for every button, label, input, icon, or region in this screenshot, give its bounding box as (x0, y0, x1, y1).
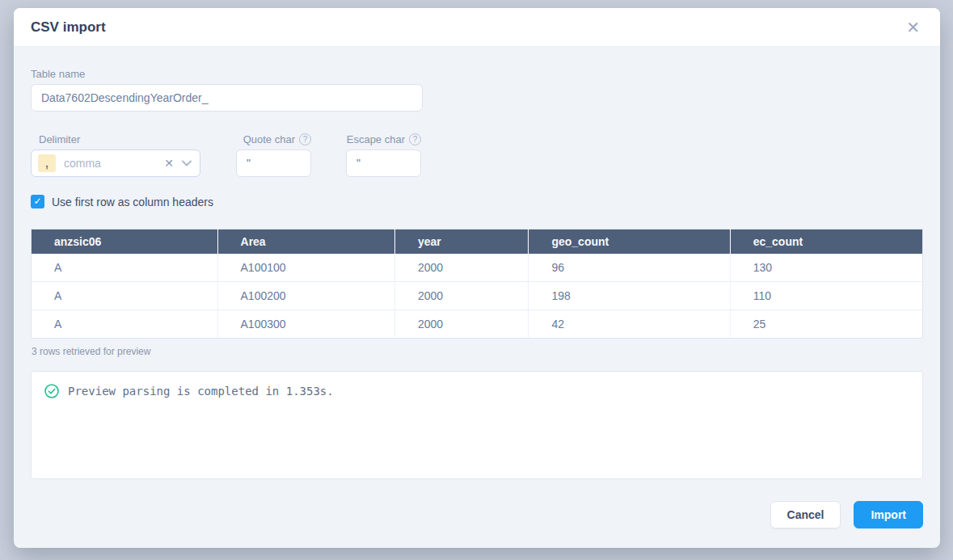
dialog-actions: Cancel Import (31, 501, 923, 528)
import-button[interactable]: Import (854, 501, 923, 528)
table-cell: A100300 (217, 310, 394, 339)
success-check-icon (44, 384, 59, 398)
table-cell: A (32, 282, 218, 310)
table-cell: 25 (730, 310, 922, 339)
table-cell: 42 (529, 310, 730, 339)
quote-char-input[interactable] (236, 149, 311, 177)
table-row: AA1002002000198110 (32, 282, 923, 310)
table-row: AA100100200096130 (32, 254, 923, 282)
preview-table: anzsic06Areayeargeo_countec_count AA1001… (31, 229, 923, 339)
preview-table-head-row: anzsic06Areayeargeo_countec_count (32, 229, 923, 254)
table-cell: 96 (529, 254, 730, 282)
table-cell: 130 (730, 254, 922, 282)
delimiter-select[interactable]: , comma ✕ (31, 149, 200, 177)
first-row-headers-label: Use first row as column headers (52, 196, 213, 208)
column-header-geo_count: geo_count (529, 229, 730, 254)
column-header-anzsic06: anzsic06 (32, 229, 218, 254)
preview-table-body: AA100100200096130AA1002002000198110AA100… (32, 254, 923, 339)
help-icon[interactable]: ? (299, 133, 311, 145)
quote-char-field-group: Quote char ? (236, 133, 311, 177)
escape-char-input[interactable] (346, 149, 421, 177)
escape-char-label: Escape char (347, 133, 405, 145)
parser-options-row: Delimiter , comma ✕ Quote char ? (31, 133, 923, 177)
log-entry: Preview parsing is completed in 1.353s. (44, 384, 909, 398)
log-message: Preview parsing is completed in 1.353s. (68, 385, 334, 398)
quote-char-label: Quote char (243, 133, 295, 145)
close-icon[interactable]: ✕ (903, 18, 923, 37)
preview-row-count: 3 rows retrieved for preview (31, 346, 923, 357)
header-checkbox-row: ✓ Use first row as column headers (31, 195, 923, 208)
delimiter-selected-value: comma (64, 157, 164, 170)
preview-table-container: anzsic06Areayeargeo_countec_count AA1001… (31, 229, 923, 357)
table-cell: A100200 (217, 282, 394, 310)
escape-char-field-group: Escape char ? (346, 133, 421, 177)
cancel-button[interactable]: Cancel (770, 501, 841, 528)
import-log-panel: Preview parsing is completed in 1.353s. (31, 371, 923, 479)
csv-import-dialog: CSV import ✕ Table name Delimiter , comm… (14, 8, 940, 548)
delimiter-char-badge: , (38, 154, 56, 172)
help-icon[interactable]: ? (409, 133, 421, 145)
table-cell: A (32, 254, 218, 282)
delimiter-label: Delimiter (31, 133, 200, 145)
table-cell: A (32, 310, 218, 339)
table-cell: 2000 (395, 282, 529, 310)
table-row: AA10030020004225 (32, 310, 923, 339)
table-name-field-group: Table name (31, 68, 923, 112)
table-cell: 198 (529, 282, 730, 310)
column-header-year: year (395, 229, 529, 254)
column-header-Area: Area (217, 229, 394, 254)
clear-icon[interactable]: ✕ (164, 157, 174, 170)
column-header-ec_count: ec_count (730, 229, 922, 254)
chevron-down-icon[interactable] (182, 160, 192, 166)
first-row-headers-checkbox[interactable]: ✓ (31, 195, 44, 208)
table-cell: 2000 (395, 254, 529, 282)
dialog-body: Table name Delimiter , comma ✕ Quote cha… (14, 47, 940, 548)
dialog-title: CSV import (31, 19, 106, 36)
table-cell: A100100 (217, 254, 394, 282)
table-cell: 2000 (395, 310, 529, 339)
delimiter-field-group: Delimiter , comma ✕ (31, 133, 200, 177)
dialog-header: CSV import ✕ (14, 8, 940, 47)
table-name-input[interactable] (31, 84, 423, 112)
table-cell: 110 (730, 282, 922, 310)
table-name-label: Table name (31, 68, 923, 80)
